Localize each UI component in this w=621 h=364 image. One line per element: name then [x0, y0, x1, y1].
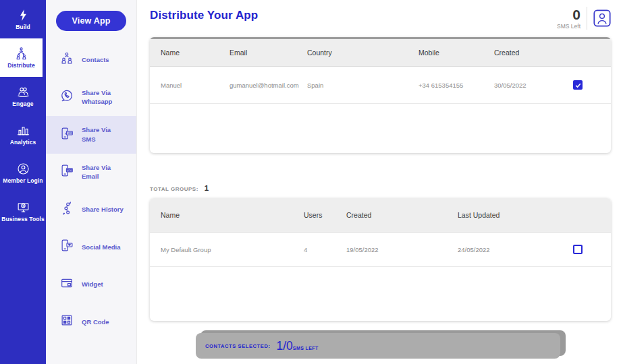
- groups-table-header: Name Users Created Last Updated: [150, 198, 611, 233]
- page-title: Distribute Your App: [150, 9, 258, 22]
- header-right: 0 SMS Left: [557, 7, 611, 30]
- total-groups-value: 1: [205, 184, 209, 192]
- sidebar-item-label: Share Via SMS: [82, 125, 125, 144]
- group-name: My Default Group: [161, 246, 304, 253]
- footer-sms-left-label: SMS LEFT: [293, 346, 319, 351]
- table-empty-area: [150, 267, 611, 321]
- table-row: Manuel gumanuel@hotmail.com Spain +34 61…: [150, 67, 611, 104]
- nav-item-analytics[interactable]: Analytics: [0, 115, 46, 154]
- primary-sidebar: Build Distribute: [0, 0, 46, 364]
- sidebar-item-widget[interactable]: Widget: [46, 266, 136, 303]
- sms-phone-icon: SMS: [59, 126, 74, 144]
- sidebar-item-social-media[interactable]: Social Media: [46, 229, 136, 266]
- total-groups-label: TOTAL GROUPS:: [150, 186, 198, 192]
- column-header-email: Email: [230, 49, 307, 57]
- sms-counter: 0 SMS Left: [557, 7, 580, 30]
- group-last-updated: 24/05/2022: [458, 246, 568, 253]
- nav-label: Member Login: [3, 178, 43, 185]
- email-phone-icon: [59, 163, 74, 181]
- sidebar-item-share-whatsapp[interactable]: Share Via Whatsapp: [46, 79, 136, 117]
- contact-created: 30/05/2022: [494, 82, 568, 89]
- column-header-created: Created: [346, 211, 458, 219]
- engage-icon: [16, 85, 30, 99]
- sidebar-item-label: Widget: [82, 280, 125, 289]
- view-app-button[interactable]: View App: [56, 11, 126, 31]
- share-history-icon: [59, 201, 74, 218]
- column-header-users: Users: [304, 211, 346, 219]
- table-row: My Default Group 4 19/05/2022 24/05/2022: [150, 233, 611, 267]
- selection-footer-bar: CONTACTS SELECTED: 1/0 SMS LEFT: [196, 333, 560, 359]
- nav-label: Engage: [12, 101, 33, 108]
- member-login-icon: [16, 162, 30, 176]
- sidebar-item-share-sms[interactable]: SMS Share Via SMS: [46, 116, 136, 154]
- column-header-mobile: Mobile: [418, 49, 494, 57]
- bolt-icon: [16, 8, 30, 22]
- nav-item-build[interactable]: Build: [0, 0, 46, 38]
- nav-item-engage[interactable]: Engage: [0, 77, 46, 115]
- sidebar-item-label: Share Via Whatsapp: [82, 88, 125, 107]
- column-header-last-updated: Last Updated: [458, 211, 568, 219]
- sidebar-item-label: Social Media: [82, 243, 125, 251]
- column-header-name: Name: [161, 49, 230, 57]
- nav-item-member-login[interactable]: Member Login: [0, 154, 46, 192]
- view-app-container: View App: [46, 0, 136, 41]
- contacts-icon: [59, 51, 74, 69]
- sidebar-item-label: QR Code: [82, 317, 125, 326]
- secondary-sidebar: View App Contacts Share Via Whatsapp: [46, 0, 137, 364]
- social-media-icon: [59, 238, 74, 255]
- sidebar-item-share-history[interactable]: Share History: [46, 191, 136, 229]
- qr-code-icon: [59, 313, 74, 330]
- contact-email: gumanuel@hotmail.com: [230, 82, 307, 89]
- group-users: 4: [304, 246, 346, 253]
- column-header-name: Name: [161, 211, 304, 219]
- business-tools-icon: $: [16, 200, 30, 214]
- sidebar-item-label: Contacts: [82, 55, 125, 64]
- groups-summary: TOTAL GROUPS: 1: [150, 184, 611, 192]
- nav-label: Analytics: [10, 140, 36, 146]
- sidebar-item-contacts[interactable]: Contacts: [46, 41, 136, 79]
- contact-checkbox[interactable]: [573, 80, 583, 90]
- sidebar-item-label: Share Via Email: [82, 163, 125, 181]
- table-empty-area: [150, 104, 611, 153]
- nav-label: Distribute: [7, 63, 35, 69]
- main-content: Distribute Your App 0 SMS Left Name Emai…: [137, 0, 621, 364]
- page-header: Distribute Your App 0 SMS Left: [150, 0, 611, 37]
- whatsapp-icon: [59, 88, 74, 106]
- sms-count-value: 0: [557, 7, 580, 22]
- sidebar-item-share-email[interactable]: Share Via Email: [46, 154, 136, 191]
- nav-item-business-tools[interactable]: $ Business Tools: [0, 192, 46, 231]
- profile-avatar-icon[interactable]: [593, 9, 611, 27]
- contact-name: Manuel: [161, 82, 230, 89]
- nav-label: Build: [16, 24, 30, 31]
- sidebar-item-qr-code[interactable]: QR Code: [46, 303, 136, 341]
- contact-mobile: +34 615354155: [418, 82, 494, 89]
- distribute-icon: [14, 47, 28, 61]
- groups-table: Name Users Created Last Updated My Defau…: [150, 198, 611, 321]
- column-header-country: Country: [307, 49, 418, 57]
- group-checkbox[interactable]: [573, 245, 583, 254]
- sms-left-label: SMS Left: [557, 23, 580, 30]
- analytics-icon: [16, 123, 30, 138]
- contacts-selected-label: CONTACTS SELECTED:: [205, 343, 271, 349]
- selection-footer: CONTACTS SELECTED: 1/0 SMS LEFT: [196, 330, 566, 359]
- nav-item-distribute[interactable]: Distribute: [0, 38, 43, 77]
- contact-country: Spain: [307, 82, 418, 89]
- sidebar-item-label: Share History: [82, 205, 125, 214]
- column-header-created: Created: [494, 49, 568, 57]
- svg-text:SMS: SMS: [68, 131, 72, 134]
- nav-label: Business Tools: [1, 216, 45, 223]
- contacts-table-header: Name Email Country Mobile Created: [150, 39, 611, 67]
- group-created: 19/05/2022: [346, 246, 458, 253]
- header-divider: [587, 7, 587, 30]
- contacts-selected-count: 1/0: [277, 339, 293, 353]
- contacts-table: Name Email Country Mobile Created Manuel…: [150, 37, 611, 153]
- widget-icon: [59, 276, 74, 293]
